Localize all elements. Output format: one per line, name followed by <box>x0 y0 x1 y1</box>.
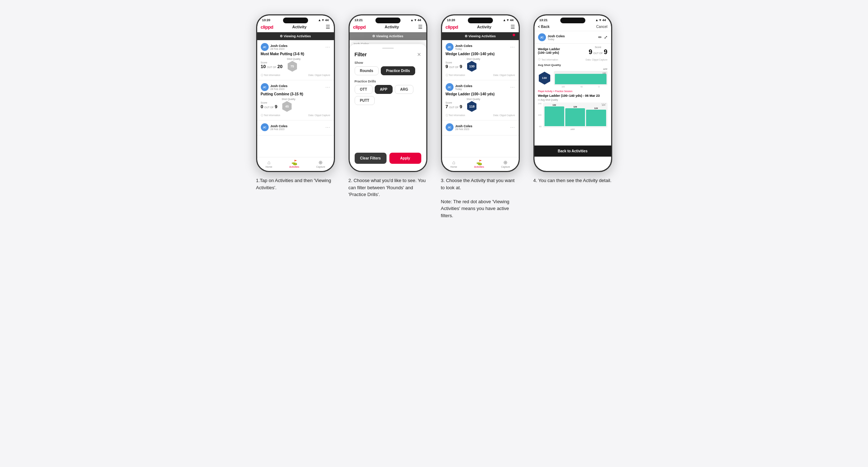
viewing-bar-2[interactable]: ⚙ Viewing Activities <box>350 32 426 40</box>
user-details-1-1: Josh Coles 28 Feb 2023 <box>270 44 288 50</box>
viewing-bar-1[interactable]: ⚙ Viewing Activities <box>257 32 334 40</box>
mini-bar-chart-4: 130 <box>554 71 608 85</box>
bar-3 <box>586 110 606 126</box>
user-date-1-3: 28 Feb 2023 <box>270 128 288 130</box>
nav-capture-1[interactable]: ⊕ Capture <box>316 159 325 168</box>
hex-3-1: 130 <box>466 60 477 72</box>
dashed-line-label: 124 <box>601 104 606 106</box>
chart-wrapper-4: 14010060 124 132 129 <box>538 103 608 128</box>
pill-arg[interactable]: ARG <box>395 85 413 94</box>
nav-activities-label-1: Activities <box>289 166 299 168</box>
filter-show-label: Show <box>355 61 421 65</box>
activity-card-1-1[interactable]: JC Josh Coles 28 Feb 2023 ··· Must Make … <box>257 40 334 80</box>
cancel-button-4[interactable]: Cancel <box>596 25 607 29</box>
header-title-1: Activity <box>292 25 307 29</box>
info-data-4: Data: Clippd Capture <box>586 58 608 61</box>
nav-capture-3[interactable]: ⊕ Capture <box>501 159 510 168</box>
activity-card-3-2[interactable]: JC Josh Coles Today ··· Wedge Ladder (10… <box>442 80 519 120</box>
info-row-1-1: ⓘ Test Information Data: Clippd Capture <box>261 74 330 77</box>
card-menu-3-1[interactable]: ··· <box>510 44 515 49</box>
back-button-4[interactable]: < Back <box>538 25 550 29</box>
menu-icon-1[interactable]: ☰ <box>326 24 330 30</box>
nav-activities-1[interactable]: ⛳ Activities <box>289 159 299 168</box>
nav-home-1[interactable]: ⌂ Home <box>265 159 272 168</box>
card-menu-1-3[interactable]: ··· <box>325 125 330 130</box>
user-info-1-1: JC Josh Coles 28 Feb 2023 <box>261 43 288 51</box>
sq-label-3-2: Shot Quality <box>466 98 480 100</box>
phone-4: 13:21 ▲ ▾ 44 < Back Cancel JC <box>533 14 612 172</box>
card-menu-1-2[interactable]: ··· <box>325 85 330 90</box>
signal-icon-2: ▲ <box>411 18 414 22</box>
phone-notch-2 <box>375 18 401 23</box>
menu-icon-3[interactable]: ☰ <box>510 24 515 30</box>
nav-activities-3[interactable]: ⛳ Activities <box>474 159 484 168</box>
viewing-bar-label-3: ⚙ Viewing Activities <box>465 34 496 38</box>
sq-block-1-1: Shot Quality 75 <box>287 58 301 72</box>
score-label-3-1: Score <box>446 61 462 64</box>
hex-1-2: 45 <box>282 100 292 113</box>
nav-home-label-3: Home <box>450 166 457 168</box>
logo-1: clippd <box>261 24 273 30</box>
user-details-1-2: Josh Coles 28 Feb 2023 <box>270 84 288 90</box>
pill-app[interactable]: APP <box>375 85 393 94</box>
signal-icon-4: ▲ <box>595 18 599 22</box>
score-value-3-2: 7 <box>446 104 448 109</box>
status-time-3: 13:20 <box>447 18 455 22</box>
user-details-4: Josh Coles Today <box>548 34 565 40</box>
score-label-1-1: Score <box>261 61 283 64</box>
card-header-3-3: JC Josh Coles 28 Feb 2023 ··· <box>446 123 515 131</box>
user-date-3-2: Today <box>455 88 473 90</box>
info-right-3-1: Data: Clippd Capture <box>493 74 515 77</box>
nav-home-label-1: Home <box>265 166 272 168</box>
clear-filters-button[interactable]: Clear Filters <box>355 153 387 164</box>
small-hex-4: 130 <box>538 71 551 85</box>
score-block-1-1: Score 10 OUT OF 20 <box>261 61 283 69</box>
avatar-1-3: JC <box>261 123 269 131</box>
score-value-1-2: 0 <box>261 104 263 109</box>
filter-close-button[interactable]: ✕ <box>417 52 421 57</box>
edit-icon-4[interactable]: ✏ <box>598 35 602 40</box>
phone-col-4: 13:21 ▲ ▾ 44 < Back Cancel JC <box>532 14 614 184</box>
bar-col-1: 132 <box>545 104 564 126</box>
card-header-1-3: JC Josh Coles 28 Feb 2023 ··· <box>261 123 330 131</box>
filter-pills-drills: OTT APP ARG PUTT <box>355 85 421 105</box>
hex-value-1-2: 45 <box>285 105 289 108</box>
pill-rounds[interactable]: Rounds <box>355 66 379 75</box>
bar-2 <box>565 108 585 126</box>
viewing-bar-3[interactable]: ⚙ Viewing Activities <box>442 32 519 40</box>
back-to-activities-button[interactable]: Back to Activities <box>534 146 611 157</box>
drill-title-1-2: Putting Combine (3-15 ft) <box>261 92 330 96</box>
phone-col-3: 13:20 ▲ ▾ 44 clippd Activity ☰ ⚙ Viewing… <box>439 14 522 219</box>
card-header-3-2: JC Josh Coles Today ··· <box>446 83 515 91</box>
y-axis-4: 14010060 <box>538 103 542 128</box>
wifi-icon-1: ▾ <box>322 18 324 22</box>
nav-home-3[interactable]: ⌂ Home <box>450 159 457 168</box>
activity-card-3-1[interactable]: JC Josh Coles Today ··· Wedge Ladder (10… <box>442 40 519 80</box>
activity-card-3-3[interactable]: JC Josh Coles 28 Feb 2023 ··· <box>442 120 519 135</box>
filter-title: Filter <box>355 52 367 57</box>
score-label-3-2: Score <box>446 101 462 104</box>
user-info-1-3: JC Josh Coles 28 Feb 2023 <box>261 123 288 131</box>
detail-score-block: Score 9 OUT OF 9 <box>589 46 607 56</box>
score-out-row-1-2: 0 OUT OF 9 <box>261 104 278 109</box>
card-menu-3-2[interactable]: ··· <box>510 85 515 90</box>
info-row-3-2: ⓘ Test Information Data: Clippd Capture <box>446 114 515 117</box>
activity-card-1-2[interactable]: JC Josh Coles 28 Feb 2023 ··· Putting Co… <box>257 80 334 120</box>
detail-header-4: < Back Cancel <box>534 23 611 31</box>
activity-card-1-3[interactable]: JC Josh Coles 28 Feb 2023 ··· <box>257 120 334 135</box>
mini-chart-max: 130 <box>602 72 606 74</box>
pill-practice-drills[interactable]: Practice Drills <box>381 66 416 75</box>
status-time-1: 13:20 <box>262 18 270 22</box>
card-header-3-1: JC Josh Coles Today ··· <box>446 43 515 51</box>
card-menu-1-1[interactable]: ··· <box>325 44 330 49</box>
pill-ott[interactable]: OTT <box>355 85 373 94</box>
menu-icon-2[interactable]: ☰ <box>418 24 423 30</box>
caption-2: 2. Choose what you'd like to see. You ca… <box>349 177 427 198</box>
score-out-row-3-2: 7 OUT OF 9 <box>446 104 462 109</box>
expand-icon-4[interactable]: ⤢ <box>604 35 608 40</box>
pill-putt[interactable]: PUTT <box>355 96 375 105</box>
apply-button[interactable]: Apply <box>389 153 421 164</box>
score-outof-1-2: OUT OF <box>264 106 274 109</box>
card-menu-3-3[interactable]: ··· <box>510 125 515 130</box>
capture-icon-1: ⊕ <box>318 159 323 165</box>
